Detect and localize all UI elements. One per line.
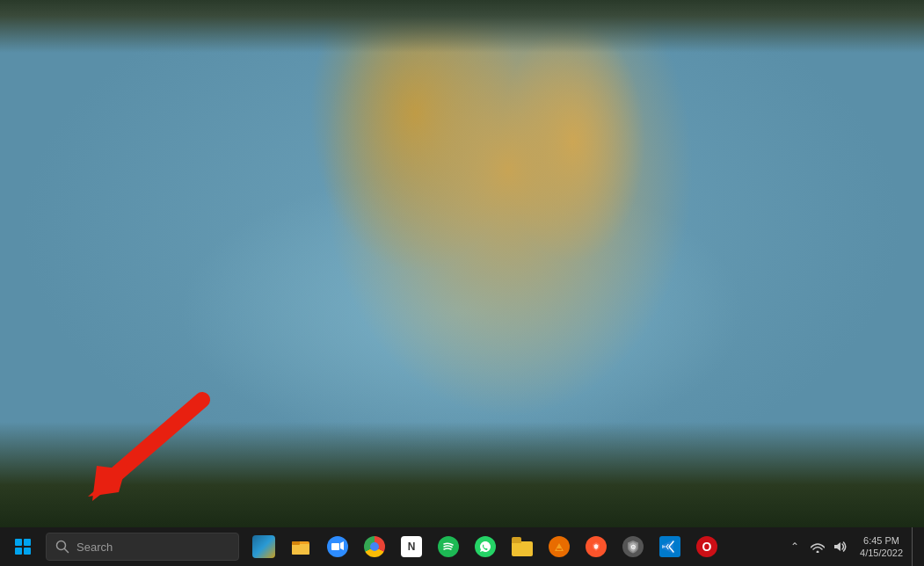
folder-icon	[512, 537, 533, 556]
winamp-icon	[252, 535, 275, 558]
start-button[interactable]	[4, 527, 42, 566]
svg-point-14	[817, 551, 819, 554]
svg-rect-12	[557, 548, 562, 550]
red-arrow	[79, 391, 220, 505]
svg-rect-8	[331, 543, 339, 550]
svg-rect-7	[292, 541, 300, 545]
spotify-icon	[438, 536, 459, 557]
shield-icon: ⚙	[622, 536, 644, 557]
taskbar-icon-spotify[interactable]	[431, 527, 466, 566]
taskbar-icon-opera[interactable]: O	[689, 527, 724, 566]
win-tile-br	[24, 548, 31, 555]
brave-icon	[586, 536, 607, 557]
clock-time: 6:45 PM	[863, 534, 899, 547]
desktop: Search	[0, 0, 924, 566]
svg-line-4	[65, 549, 69, 553]
taskbar-icon-chrome[interactable]	[357, 527, 392, 566]
search-icon	[55, 540, 69, 554]
taskbar-icon-winamp[interactable]	[246, 527, 281, 566]
win-tile-tr	[24, 539, 31, 546]
taskbar-icon-vscode[interactable]	[652, 527, 688, 566]
taskbar-icon-file-explorer[interactable]	[283, 527, 318, 566]
whatsapp-icon	[475, 536, 496, 557]
taskbar-icon-vlc[interactable]	[542, 527, 577, 566]
tray-chevron[interactable]: ⌃	[784, 527, 805, 566]
svg-marker-9	[340, 541, 344, 550]
system-tray: ⌃ 6:45 PM 4/15/2022	[784, 527, 920, 566]
windows-logo	[15, 539, 31, 555]
opera-icon: O	[696, 536, 717, 557]
taskbar: Search	[0, 527, 924, 566]
clock-area[interactable]: 6:45 PM 4/15/2022	[853, 534, 910, 560]
win-tile-tl	[15, 539, 22, 546]
taskbar-icon-whatsapp[interactable]	[468, 527, 503, 566]
tray-volume[interactable]	[830, 527, 851, 566]
svg-marker-2	[92, 466, 132, 501]
win-tile-bl	[15, 548, 22, 555]
vscode-icon	[659, 536, 680, 557]
svg-rect-6	[292, 544, 309, 555]
taskbar-icon-folder[interactable]	[505, 527, 540, 566]
zoom-icon	[327, 536, 348, 557]
notion-icon: N	[401, 536, 422, 557]
taskbar-icon-shield[interactable]: ⚙	[615, 527, 651, 566]
taskbar-icon-zoom[interactable]	[320, 527, 355, 566]
taskbar-icons: N	[246, 527, 784, 566]
vlc-icon	[549, 536, 570, 557]
tray-network[interactable]	[807, 527, 828, 566]
search-label: Search	[76, 541, 113, 554]
search-box[interactable]: Search	[46, 533, 239, 561]
file-explorer-icon	[290, 536, 311, 557]
taskbar-icon-brave[interactable]	[578, 527, 614, 566]
chrome-icon	[364, 536, 385, 557]
taskbar-icon-notion[interactable]: N	[394, 527, 429, 566]
clock-date: 4/15/2022	[860, 547, 903, 559]
svg-text:⚙: ⚙	[630, 544, 636, 550]
show-desktop-button[interactable]	[912, 527, 917, 566]
